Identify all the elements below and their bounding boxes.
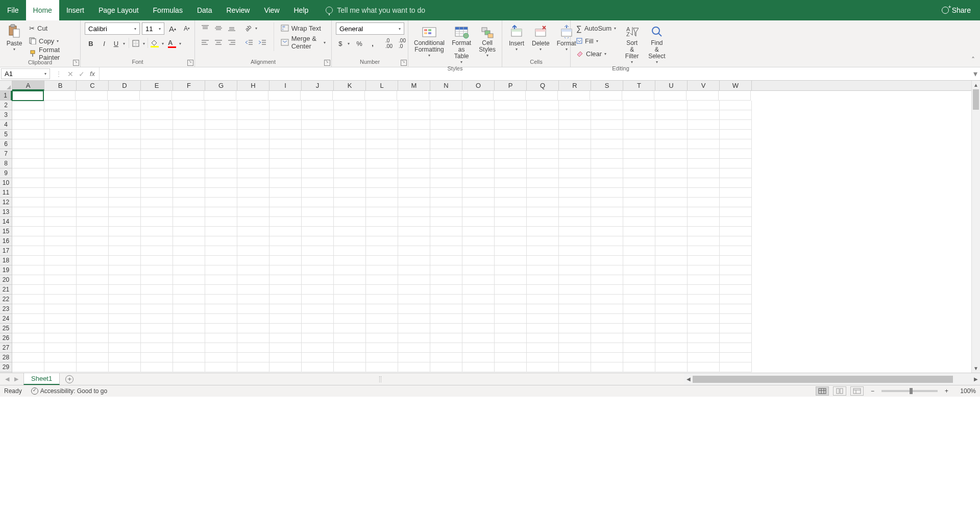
cell[interactable] <box>334 285 366 295</box>
cell[interactable] <box>398 333 430 343</box>
cell[interactable] <box>527 207 559 217</box>
cell[interactable] <box>44 120 77 130</box>
cell[interactable] <box>688 256 720 265</box>
cell[interactable] <box>270 285 302 295</box>
cell[interactable] <box>12 188 44 198</box>
cell[interactable] <box>141 362 173 372</box>
cell[interactable] <box>302 265 334 275</box>
row-header[interactable]: 5 <box>0 130 12 139</box>
cell[interactable] <box>495 333 527 343</box>
cell[interactable] <box>270 333 302 343</box>
cell[interactable] <box>302 353 334 362</box>
col-header[interactable]: F <box>173 81 205 90</box>
cell[interactable] <box>559 139 591 149</box>
cell[interactable] <box>44 333 77 343</box>
italic-button[interactable]: I <box>98 38 110 49</box>
cell[interactable] <box>688 295 720 304</box>
cell[interactable] <box>334 159 366 168</box>
cell[interactable] <box>527 159 559 168</box>
cell[interactable] <box>495 149 527 159</box>
fill-color-button[interactable]: ▾ <box>149 38 165 49</box>
col-header[interactable]: W <box>720 81 752 90</box>
cell[interactable] <box>688 246 720 256</box>
row-header[interactable]: 10 <box>0 178 12 188</box>
cell[interactable] <box>720 343 752 353</box>
scroll-thumb[interactable] <box>973 89 979 110</box>
cell[interactable] <box>270 275 302 285</box>
cell[interactable] <box>109 256 141 265</box>
cell[interactable] <box>141 110 173 120</box>
cell[interactable] <box>302 285 334 295</box>
row-header[interactable]: 14 <box>0 217 12 227</box>
cell[interactable] <box>462 168 495 178</box>
cell[interactable] <box>398 188 430 198</box>
cell[interactable] <box>12 362 44 372</box>
comma-format-button[interactable]: , <box>366 38 379 49</box>
cell[interactable] <box>141 295 173 304</box>
cell[interactable] <box>398 314 430 324</box>
cell[interactable] <box>527 110 559 120</box>
cell[interactable] <box>462 149 495 159</box>
cell[interactable] <box>591 275 623 285</box>
cell[interactable] <box>462 178 495 188</box>
cell[interactable] <box>205 149 237 159</box>
cell[interactable] <box>591 353 623 362</box>
row-header[interactable]: 20 <box>0 275 12 285</box>
cell[interactable] <box>12 217 44 227</box>
tab-page-layout[interactable]: Page Layout <box>91 0 146 20</box>
cell[interactable] <box>237 168 270 178</box>
cell[interactable] <box>302 217 334 227</box>
cell[interactable] <box>623 285 655 295</box>
cell[interactable] <box>141 333 173 343</box>
col-header[interactable]: D <box>109 81 141 90</box>
cell[interactable] <box>237 246 270 256</box>
cell[interactable] <box>430 159 462 168</box>
cell[interactable] <box>109 159 141 168</box>
cell[interactable] <box>430 198 462 207</box>
cell[interactable] <box>495 275 527 285</box>
cell[interactable] <box>430 275 462 285</box>
align-left-button[interactable] <box>199 37 211 48</box>
cell[interactable] <box>430 178 462 188</box>
cell[interactable] <box>462 120 495 130</box>
cell[interactable] <box>688 362 720 372</box>
cell[interactable] <box>591 120 623 130</box>
cell[interactable] <box>495 207 527 217</box>
cell[interactable] <box>270 256 302 265</box>
cell[interactable] <box>430 188 462 198</box>
row-header[interactable]: 28 <box>0 353 12 362</box>
cell[interactable] <box>334 110 366 120</box>
cell[interactable] <box>623 333 655 343</box>
cell[interactable] <box>237 130 270 139</box>
wrap-text-button[interactable]: abc Wrap Text <box>279 22 327 34</box>
cell[interactable] <box>623 236 655 246</box>
cell[interactable] <box>173 304 205 314</box>
col-header[interactable]: L <box>366 81 398 90</box>
font-color-button[interactable]: A ▾ <box>166 38 183 49</box>
cell[interactable] <box>173 256 205 265</box>
cell[interactable] <box>430 324 462 333</box>
cell[interactable] <box>77 353 109 362</box>
number-dialog-launcher[interactable] <box>401 60 407 66</box>
cell[interactable] <box>334 304 366 314</box>
cell[interactable] <box>622 91 654 101</box>
cell[interactable] <box>302 227 334 236</box>
cell[interactable] <box>141 101 173 110</box>
cell[interactable] <box>44 217 77 227</box>
cell[interactable] <box>109 139 141 149</box>
cell[interactable] <box>205 159 237 168</box>
cell[interactable] <box>270 304 302 314</box>
sheet-tab[interactable]: Sheet1 <box>23 373 60 385</box>
tab-formulas[interactable]: Formulas <box>146 0 190 20</box>
cell[interactable] <box>366 217 398 227</box>
cell[interactable] <box>141 285 173 295</box>
cell[interactable] <box>398 198 430 207</box>
cell[interactable] <box>688 130 720 139</box>
row-header[interactable]: 26 <box>0 333 12 343</box>
cell[interactable] <box>334 101 366 110</box>
row-header[interactable]: 29 <box>0 362 12 372</box>
cell[interactable] <box>44 188 77 198</box>
col-header[interactable]: E <box>141 81 173 90</box>
cell[interactable] <box>366 159 398 168</box>
cell[interactable] <box>236 91 268 101</box>
